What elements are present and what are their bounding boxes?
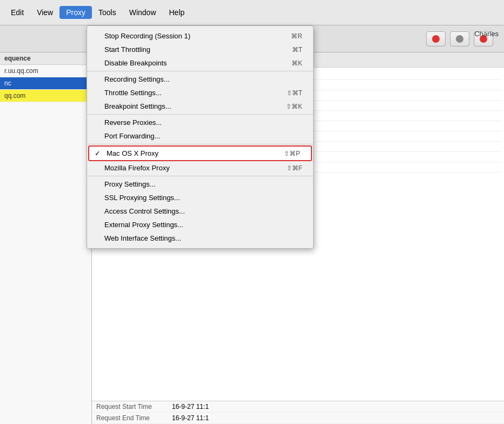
menu-section-2: Recording Settings... Throttle Settings.… <box>87 71 313 114</box>
menu-section-5: Proxy Settings... SSL Proxying Settings.… <box>87 176 313 246</box>
menu-access-control-settings[interactable]: Access Control Settings... <box>87 204 313 218</box>
menu-help[interactable]: Help <box>163 6 191 19</box>
record-gray-icon <box>456 35 463 43</box>
menu-stop-recording-label: Stop Recording (Session 1) <box>104 32 190 40</box>
sidebar-item-2[interactable]: qq.com <box>0 90 91 102</box>
menu-disable-breakpoints-label: Disable Breakpoints <box>104 59 167 67</box>
menu-reverse-proxies-label: Reverse Proxies... <box>104 118 162 127</box>
menu-tools[interactable]: Tools <box>92 6 123 19</box>
menu-mac-os-x-proxy[interactable]: ✓ Mac OS X Proxy ⇧⌘P <box>88 145 312 161</box>
menu-reverse-proxies[interactable]: Reverse Proxies... <box>87 116 313 129</box>
menu-access-control-settings-label: Access Control Settings... <box>104 207 185 215</box>
menu-firefox-proxy-label: Mozilla Firefox Proxy <box>104 164 170 172</box>
bottom-value-1: 16-9-27 11:1 <box>172 403 209 410</box>
menu-ssl-proxying-settings-label: SSL Proxying Settings... <box>104 194 180 202</box>
sidebar-header: equence <box>0 52 91 65</box>
menu-port-forwarding[interactable]: Port Forwarding... <box>87 129 313 143</box>
record-button-1[interactable] <box>426 31 446 47</box>
menu-external-proxy-settings[interactable]: External Proxy Settings... <box>87 218 313 231</box>
sidebar-item-1[interactable]: nc <box>0 77 91 90</box>
menu-mac-os-x-proxy-shortcut: ⇧⌘P <box>284 150 300 157</box>
menu-bar: Edit View Proxy Tools Window Help <box>0 0 504 25</box>
bottom-row-2: Request End Time 16-9-27 11:1 <box>92 413 504 424</box>
menu-breakpoint-settings-label: Breakpoint Settings... <box>104 102 171 110</box>
menu-stop-recording-shortcut: ⌘R <box>291 32 302 40</box>
menu-recording-settings-label: Recording Settings... <box>104 75 170 83</box>
menu-throttle-settings-shortcut: ⇧⌘T <box>287 89 302 97</box>
bottom-value-2: 16-9-27 11:1 <box>172 414 209 422</box>
record-button-2[interactable] <box>450 31 469 47</box>
menu-mac-os-x-proxy-label: Mac OS X Proxy <box>107 149 158 157</box>
menu-start-throttling-shortcut: ⌘T <box>292 46 302 54</box>
menu-web-interface-settings[interactable]: Web Interface Settings... <box>87 231 313 245</box>
menu-external-proxy-settings-label: External Proxy Settings... <box>104 221 183 229</box>
sidebar-item-0[interactable]: r.uu.qq.com <box>0 65 91 77</box>
menu-proxy-settings-label: Proxy Settings... <box>104 180 156 188</box>
menu-proxy-settings[interactable]: Proxy Settings... <box>87 177 313 191</box>
menu-start-throttling[interactable]: Start Throttling ⌘T <box>87 43 313 56</box>
charles-title: Charles <box>474 30 499 38</box>
menu-section-1: Stop Recording (Session 1) ⌘R Start Thro… <box>87 28 313 71</box>
record-red-icon <box>432 35 440 43</box>
menu-recording-settings[interactable]: Recording Settings... <box>87 72 313 86</box>
menu-firefox-proxy-shortcut: ⇧⌘F <box>287 164 302 172</box>
menu-breakpoint-settings-shortcut: ⇧⌘K <box>286 103 302 110</box>
bottom-label-2: Request End Time <box>96 414 172 422</box>
menu-stop-recording[interactable]: Stop Recording (Session 1) ⌘R <box>87 29 313 43</box>
bottom-label-1: Request Start Time <box>96 403 172 410</box>
menu-ssl-proxying-settings[interactable]: SSL Proxying Settings... <box>87 191 313 204</box>
menu-firefox-proxy[interactable]: Mozilla Firefox Proxy ⇧⌘F <box>87 161 313 175</box>
menu-breakpoint-settings[interactable]: Breakpoint Settings... ⇧⌘K <box>87 100 313 113</box>
sidebar: equence r.uu.qq.com nc qq.com <box>0 52 92 424</box>
bottom-row-1: Request Start Time 16-9-27 11:1 <box>92 401 504 413</box>
menu-disable-breakpoints[interactable]: Disable Breakpoints ⌘K <box>87 56 313 70</box>
menu-edit[interactable]: Edit <box>4 6 30 19</box>
checkmark-icon: ✓ <box>95 149 101 157</box>
proxy-dropdown-menu: Stop Recording (Session 1) ⌘R Start Thro… <box>87 25 314 249</box>
menu-throttle-settings-label: Throttle Settings... <box>104 89 162 97</box>
menu-start-throttling-label: Start Throttling <box>104 45 150 54</box>
menu-section-3: Reverse Proxies... Port Forwarding... <box>87 114 313 144</box>
menu-web-interface-settings-label: Web Interface Settings... <box>104 234 181 242</box>
menu-section-4: ✓ Mac OS X Proxy ⇧⌘P Mozilla Firefox Pro… <box>87 144 313 176</box>
menu-view[interactable]: View <box>30 6 59 19</box>
menu-port-forwarding-label: Port Forwarding... <box>104 132 160 140</box>
menu-window[interactable]: Window <box>123 6 163 19</box>
bottom-table: Request Start Time 16-9-27 11:1 Request … <box>92 401 504 424</box>
menu-throttle-settings[interactable]: Throttle Settings... ⇧⌘T <box>87 86 313 100</box>
menu-proxy[interactable]: Proxy <box>59 6 92 19</box>
menu-disable-breakpoints-shortcut: ⌘K <box>291 59 302 67</box>
